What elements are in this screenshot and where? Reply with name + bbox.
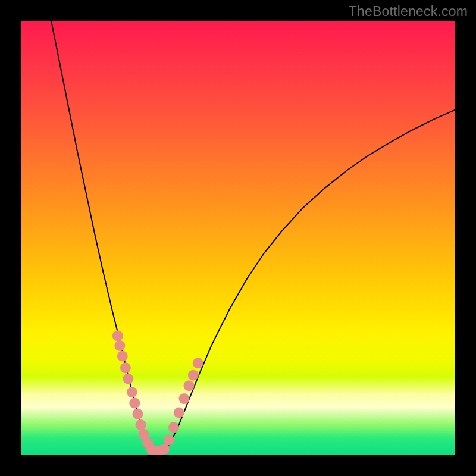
- chart-outer-frame: TheBottleneck.com: [0, 0, 476, 476]
- marker-dot: [112, 330, 123, 341]
- marker-dot: [132, 409, 143, 419]
- marker-dot: [136, 419, 146, 430]
- marker-dot: [174, 408, 184, 418]
- watermark-text: TheBottleneck.com: [349, 4, 468, 20]
- marker-dot-group: [112, 330, 203, 455]
- marker-dot: [184, 380, 195, 391]
- marker-dot: [164, 434, 174, 445]
- marker-dot: [123, 374, 133, 384]
- marker-dot: [117, 351, 128, 362]
- marker-dot: [168, 422, 179, 433]
- bottleneck-curve: [51, 21, 455, 451]
- chart-svg-layer: [21, 21, 455, 455]
- marker-dot: [188, 370, 199, 381]
- marker-dot: [114, 340, 125, 351]
- marker-dot: [120, 362, 131, 373]
- marker-dot: [127, 387, 137, 397]
- chart-plot-area: [21, 21, 455, 455]
- marker-dot: [129, 397, 140, 408]
- marker-dot: [159, 444, 170, 455]
- marker-dot: [193, 358, 203, 368]
- marker-dot: [179, 393, 190, 404]
